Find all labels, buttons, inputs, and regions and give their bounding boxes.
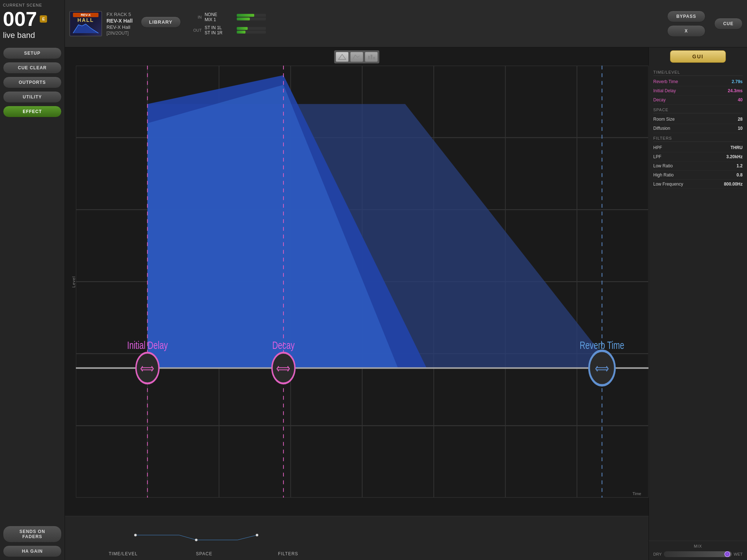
out-meter-1: [237, 27, 266, 30]
svg-rect-4: [371, 55, 372, 59]
hall-label: HALL: [73, 17, 98, 23]
in-meter-fill-2: [237, 18, 250, 20]
graph-tool-wave-icon[interactable]: [350, 52, 363, 62]
mountain-icon: [338, 54, 347, 60]
fx-name1: REV-X Hall: [107, 18, 133, 24]
in-meter-fill-1: [237, 14, 254, 17]
fx-rack-label: FX RACK 5: [107, 12, 133, 17]
io-section: IN NONEMIX 1 OUT ST IN 1LST IN 1R: [193, 12, 266, 35]
sidebar: CURRENT SCENE 007 E live band SETUP CUE …: [0, 0, 65, 280]
cue-clear-button[interactable]: CUE CLEAR: [3, 62, 62, 74]
in-label: IN: [193, 15, 202, 19]
out-row: OUT ST IN 1LST IN 1R: [193, 25, 266, 35]
fx-io-label: [2IN/2OUT]: [107, 31, 133, 36]
scene-number-row: 007 E: [3, 9, 62, 29]
current-scene-label: CURRENT SCENE: [3, 3, 62, 7]
utility-button[interactable]: UTILITY: [3, 91, 62, 103]
graph-svg-container: Initial Delay Decay Reverb Time ⟺ ⟺ ⟺: [76, 66, 467, 280]
fx-info: FX RACK 5 REV-X Hall REV-X Hall [2IN/2OU…: [107, 12, 133, 36]
bar-icon: [367, 54, 376, 60]
graph-toolbar: [334, 50, 379, 63]
in-meter-1: [237, 14, 266, 17]
graph-area: Level Time: [65, 47, 467, 280]
outports-button[interactable]: OUTPORTS: [3, 77, 62, 88]
out-meter-fill-2: [237, 31, 245, 34]
header-middle: LIBRARY: [141, 16, 181, 31]
svg-rect-3: [368, 56, 370, 59]
out-meter-2: [237, 31, 266, 34]
main-content: Level Time: [65, 47, 467, 280]
header: REV-X HALL FX RACK 5 REV-X Hall REV-X Ha…: [65, 0, 467, 47]
library-button[interactable]: LIBRARY: [141, 16, 181, 28]
out-channels: ST IN 1LST IN 1R: [205, 25, 234, 35]
svg-marker-0: [73, 24, 98, 33]
out-meters: [237, 27, 266, 34]
level-label: Level: [71, 276, 76, 280]
wave-icon: [352, 54, 361, 60]
fx-waveform-icon: [73, 23, 98, 34]
graph-tool-bar-icon[interactable]: [365, 52, 378, 62]
in-channels: NONEMIX 1: [205, 12, 234, 22]
scene-number: 007: [3, 9, 37, 29]
out-label: OUT: [193, 28, 202, 32]
svg-marker-1: [338, 54, 346, 59]
fx-name2: REV-X Hall: [107, 24, 133, 30]
effect-button[interactable]: EFFECT: [3, 106, 62, 117]
rev-x-label: REV-X: [73, 13, 98, 17]
setup-button[interactable]: SETUP: [3, 47, 62, 59]
fx-thumbnail: REV-X HALL: [69, 11, 102, 36]
scene-badge: E: [40, 15, 47, 23]
in-meter-2: [237, 18, 266, 20]
scene-name: live band: [3, 31, 62, 40]
out-meter-fill-1: [237, 27, 248, 30]
in-row: IN NONEMIX 1: [193, 12, 266, 22]
graph-tool-mountain-icon[interactable]: [336, 52, 349, 62]
in-meters: [237, 14, 266, 20]
reverb-graph: Initial Delay Decay Reverb Time ⟺ ⟺ ⟺: [76, 66, 467, 280]
svg-rect-5: [373, 57, 375, 59]
